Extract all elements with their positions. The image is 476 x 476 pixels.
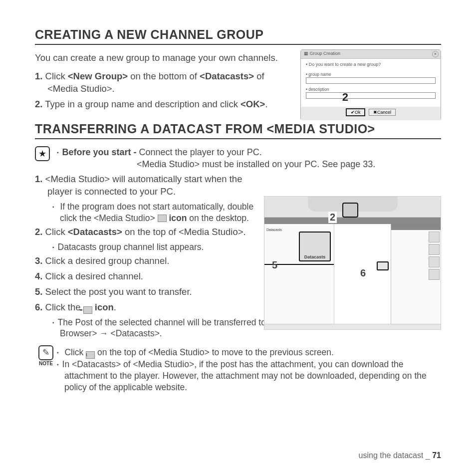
page-footer: using the datacast _ 71 — [359, 451, 441, 460]
callout-2-ms: 2 — [328, 212, 337, 223]
callout-5: 5 — [272, 259, 277, 271]
dialog-title: Group Creation — [310, 51, 341, 56]
star-icon: ★ — [35, 146, 50, 161]
label-group-name: • group name — [306, 72, 436, 77]
step-2-3: 3. Click a desired group channel. — [35, 255, 257, 267]
step-2-5: 5. Select the post you want to transfer. — [35, 286, 257, 298]
transfer-icon: ➨ — [83, 306, 92, 314]
callout-6: 6 — [360, 267, 366, 279]
transfer-button-icon[interactable] — [377, 261, 389, 270]
note-icon: ✎ — [38, 345, 53, 360]
media-studio-screenshot: 2 Datacasts Datacasts 5 6 — [264, 196, 441, 330]
intro-text-1: You can create a new group to manage you… — [35, 52, 289, 64]
close-icon[interactable]: × — [432, 51, 439, 57]
step-2-4: 4. Click a desired channel. — [35, 270, 257, 283]
datacasts-folder-icon[interactable]: Datacasts — [299, 232, 331, 261]
before-you-start: Before you start - Connect the player to… — [57, 146, 375, 171]
heading-creating-group: CREATING A NEW CHANNEL GROUP — [35, 27, 441, 45]
step-1-2: 2. Type in a group name and description … — [35, 98, 289, 111]
group-name-input[interactable] — [306, 77, 436, 84]
back-icon: t — [86, 351, 95, 359]
step-2-2: 2. Click <Datacasts> on the top of <Medi… — [35, 226, 257, 238]
step-2-6: 6. Click the ➨ icon. — [35, 301, 257, 314]
step-2-2-sub: Datacasts group channel list appears. — [35, 241, 257, 253]
dialog-title-icon: ▦ — [304, 51, 310, 56]
note-label: NOTE — [35, 361, 57, 366]
step-2-1-sub: If the program does not start automatica… — [35, 201, 257, 224]
note-item-2: In <Datacasts> of <Media Studio>, if the… — [57, 359, 441, 393]
dialog-question: • Do you want to create a new group? — [306, 62, 436, 67]
datacasts-top-button[interactable] — [342, 203, 358, 218]
label-description: • description — [306, 87, 436, 92]
ok-button[interactable]: ✔Ok — [346, 108, 366, 116]
step-2-1: 1. <Media Studio> will automatically sta… — [35, 173, 257, 198]
step-1-1: 1. Click <New Group> on the bottom of <D… — [35, 70, 289, 95]
cancel-button[interactable]: ✖Cancel — [369, 109, 396, 116]
heading-transferring: TRANSFERRING A DATACAST FROM <MEDIA STUD… — [35, 122, 441, 139]
note-item-1: Click t on the top of <Media Studio> to … — [57, 347, 441, 359]
callout-2-dialog: 2 — [342, 91, 348, 104]
group-creation-dialog: ▦ Group Creation × • Do you want to crea… — [300, 49, 441, 120]
description-input[interactable] — [306, 92, 436, 99]
media-studio-icon — [158, 215, 167, 222]
